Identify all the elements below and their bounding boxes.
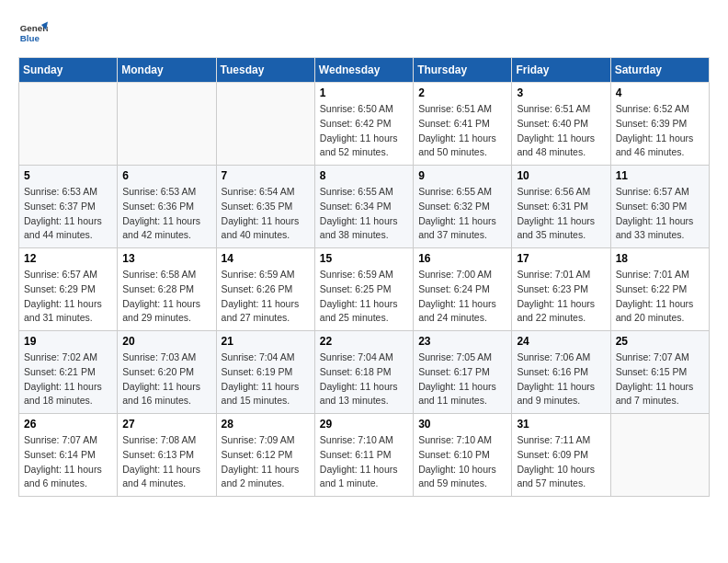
day-info: Sunrise: 7:00 AM Sunset: 6:24 PM Dayligh… (418, 268, 506, 326)
calendar-cell: 19Sunrise: 7:02 AM Sunset: 6:21 PM Dayli… (19, 331, 118, 414)
calendar-cell (610, 414, 709, 497)
day-number: 29 (320, 418, 408, 431)
calendar-week-row: 1Sunrise: 6:50 AM Sunset: 6:42 PM Daylig… (19, 83, 710, 166)
day-info: Sunrise: 7:01 AM Sunset: 6:23 PM Dayligh… (517, 268, 605, 326)
day-number: 18 (616, 252, 704, 265)
day-number: 1 (320, 86, 408, 99)
day-info: Sunrise: 6:53 AM Sunset: 6:36 PM Dayligh… (122, 185, 210, 243)
day-number: 3 (517, 86, 605, 99)
calendar-cell: 8Sunrise: 6:55 AM Sunset: 6:34 PM Daylig… (314, 166, 413, 248)
day-number: 9 (418, 169, 506, 182)
day-info: Sunrise: 7:05 AM Sunset: 6:17 PM Dayligh… (418, 350, 506, 408)
day-number: 6 (122, 169, 210, 182)
day-number: 13 (122, 252, 210, 265)
day-number: 25 (616, 335, 704, 348)
day-info: Sunrise: 7:04 AM Sunset: 6:19 PM Dayligh… (222, 350, 310, 408)
weekday-header: Sunday (19, 58, 118, 83)
day-info: Sunrise: 6:50 AM Sunset: 6:42 PM Dayligh… (320, 102, 408, 160)
calendar-cell: 25Sunrise: 7:07 AM Sunset: 6:15 PM Dayli… (610, 331, 709, 414)
day-number: 26 (24, 418, 112, 431)
day-number: 20 (122, 335, 210, 348)
day-info: Sunrise: 6:56 AM Sunset: 6:31 PM Dayligh… (517, 185, 605, 243)
day-info: Sunrise: 6:57 AM Sunset: 6:29 PM Dayligh… (24, 268, 112, 326)
day-info: Sunrise: 7:10 AM Sunset: 6:11 PM Dayligh… (320, 433, 408, 491)
calendar-cell: 7Sunrise: 6:54 AM Sunset: 6:35 PM Daylig… (216, 166, 314, 248)
day-number: 16 (418, 252, 506, 265)
day-info: Sunrise: 7:07 AM Sunset: 6:14 PM Dayligh… (24, 433, 112, 491)
day-info: Sunrise: 6:59 AM Sunset: 6:26 PM Dayligh… (222, 268, 310, 326)
day-info: Sunrise: 6:51 AM Sunset: 6:40 PM Dayligh… (517, 102, 605, 160)
calendar-cell: 10Sunrise: 6:56 AM Sunset: 6:31 PM Dayli… (512, 166, 610, 248)
calendar-week-row: 26Sunrise: 7:07 AM Sunset: 6:14 PM Dayli… (19, 414, 710, 497)
calendar-cell: 31Sunrise: 7:11 AM Sunset: 6:09 PM Dayli… (512, 414, 610, 497)
calendar-cell: 1Sunrise: 6:50 AM Sunset: 6:42 PM Daylig… (314, 83, 413, 166)
day-info: Sunrise: 6:59 AM Sunset: 6:25 PM Dayligh… (320, 268, 408, 326)
logo: General Blue (18, 18, 48, 48)
day-number: 22 (320, 335, 408, 348)
calendar-cell: 21Sunrise: 7:04 AM Sunset: 6:19 PM Dayli… (216, 331, 314, 414)
calendar-cell (216, 83, 314, 166)
calendar-cell: 20Sunrise: 7:03 AM Sunset: 6:20 PM Dayli… (118, 331, 216, 414)
day-info: Sunrise: 7:09 AM Sunset: 6:12 PM Dayligh… (222, 433, 310, 491)
day-info: Sunrise: 7:08 AM Sunset: 6:13 PM Dayligh… (122, 433, 210, 491)
svg-text:Blue: Blue (20, 33, 40, 43)
page-header: General Blue (18, 18, 710, 48)
day-info: Sunrise: 6:52 AM Sunset: 6:39 PM Dayligh… (616, 102, 704, 160)
weekday-header: Tuesday (216, 58, 314, 83)
calendar-cell: 15Sunrise: 6:59 AM Sunset: 6:25 PM Dayli… (314, 248, 413, 331)
day-number: 7 (222, 169, 310, 182)
day-number: 31 (517, 418, 605, 431)
calendar-week-row: 12Sunrise: 6:57 AM Sunset: 6:29 PM Dayli… (19, 248, 710, 331)
day-number: 23 (418, 335, 506, 348)
calendar-week-row: 5Sunrise: 6:53 AM Sunset: 6:37 PM Daylig… (19, 166, 710, 248)
day-number: 28 (222, 418, 310, 431)
calendar-cell: 14Sunrise: 6:59 AM Sunset: 6:26 PM Dayli… (216, 248, 314, 331)
calendar-cell: 12Sunrise: 6:57 AM Sunset: 6:29 PM Dayli… (19, 248, 118, 331)
day-info: Sunrise: 6:55 AM Sunset: 6:34 PM Dayligh… (320, 185, 408, 243)
day-info: Sunrise: 7:07 AM Sunset: 6:15 PM Dayligh… (616, 350, 704, 408)
calendar-cell: 16Sunrise: 7:00 AM Sunset: 6:24 PM Dayli… (414, 248, 512, 331)
day-number: 19 (24, 335, 112, 348)
calendar-cell: 6Sunrise: 6:53 AM Sunset: 6:36 PM Daylig… (118, 166, 216, 248)
day-number: 27 (122, 418, 210, 431)
day-number: 11 (616, 169, 704, 182)
calendar-cell: 4Sunrise: 6:52 AM Sunset: 6:39 PM Daylig… (610, 83, 709, 166)
day-info: Sunrise: 7:03 AM Sunset: 6:20 PM Dayligh… (122, 350, 210, 408)
calendar-cell: 5Sunrise: 6:53 AM Sunset: 6:37 PM Daylig… (19, 166, 118, 248)
day-info: Sunrise: 6:51 AM Sunset: 6:41 PM Dayligh… (418, 102, 506, 160)
day-info: Sunrise: 6:55 AM Sunset: 6:32 PM Dayligh… (418, 185, 506, 243)
weekday-header: Thursday (414, 58, 512, 83)
calendar-cell: 23Sunrise: 7:05 AM Sunset: 6:17 PM Dayli… (414, 331, 512, 414)
calendar-cell: 9Sunrise: 6:55 AM Sunset: 6:32 PM Daylig… (414, 166, 512, 248)
calendar-cell: 11Sunrise: 6:57 AM Sunset: 6:30 PM Dayli… (610, 166, 709, 248)
calendar-cell: 30Sunrise: 7:10 AM Sunset: 6:10 PM Dayli… (414, 414, 512, 497)
day-info: Sunrise: 7:06 AM Sunset: 6:16 PM Dayligh… (517, 350, 605, 408)
day-number: 21 (222, 335, 310, 348)
day-number: 17 (517, 252, 605, 265)
day-info: Sunrise: 6:58 AM Sunset: 6:28 PM Dayligh… (122, 268, 210, 326)
weekday-header: Monday (118, 58, 216, 83)
calendar-cell: 13Sunrise: 6:58 AM Sunset: 6:28 PM Dayli… (118, 248, 216, 331)
weekday-header: Saturday (610, 58, 709, 83)
calendar-cell: 27Sunrise: 7:08 AM Sunset: 6:13 PM Dayli… (118, 414, 216, 497)
day-number: 24 (517, 335, 605, 348)
calendar-cell: 22Sunrise: 7:04 AM Sunset: 6:18 PM Dayli… (314, 331, 413, 414)
day-number: 15 (320, 252, 408, 265)
day-number: 12 (24, 252, 112, 265)
calendar-cell: 26Sunrise: 7:07 AM Sunset: 6:14 PM Dayli… (19, 414, 118, 497)
calendar-cell (19, 83, 118, 166)
calendar-table: SundayMondayTuesdayWednesdayThursdayFrid… (18, 57, 710, 497)
calendar-cell: 28Sunrise: 7:09 AM Sunset: 6:12 PM Dayli… (216, 414, 314, 497)
day-number: 10 (517, 169, 605, 182)
calendar-cell (118, 83, 216, 166)
day-info: Sunrise: 7:04 AM Sunset: 6:18 PM Dayligh… (320, 350, 408, 408)
weekday-header: Friday (512, 58, 610, 83)
calendar-cell: 29Sunrise: 7:10 AM Sunset: 6:11 PM Dayli… (314, 414, 413, 497)
day-info: Sunrise: 7:10 AM Sunset: 6:10 PM Dayligh… (418, 433, 506, 491)
day-number: 14 (222, 252, 310, 265)
calendar-cell: 18Sunrise: 7:01 AM Sunset: 6:22 PM Dayli… (610, 248, 709, 331)
day-number: 2 (418, 86, 506, 99)
calendar-cell: 2Sunrise: 6:51 AM Sunset: 6:41 PM Daylig… (414, 83, 512, 166)
calendar-week-row: 19Sunrise: 7:02 AM Sunset: 6:21 PM Dayli… (19, 331, 710, 414)
day-number: 30 (418, 418, 506, 431)
